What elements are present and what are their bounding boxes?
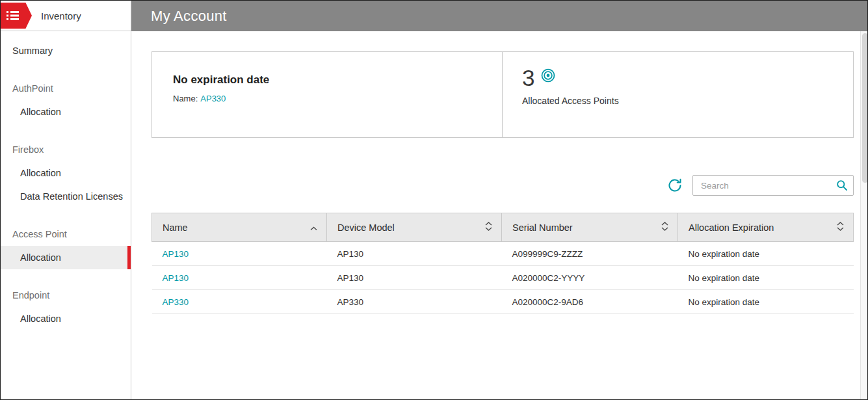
sidebar: Inventory Summary AuthPoint Allocation F… — [1, 1, 131, 399]
sort-both-icon — [837, 222, 844, 233]
table-row[interactable]: AP130 AP130 A099999C9-ZZZZ No expiration… — [152, 242, 854, 266]
sort-both-icon — [661, 222, 668, 233]
table-row[interactable]: AP330 AP330 A020000C2-9AD6 No expiration… — [152, 290, 854, 314]
allocated-label: Allocated Access Points — [522, 96, 834, 106]
search-input[interactable] — [692, 175, 854, 196]
inventory-logo-icon — [1, 3, 32, 29]
allocated-count-row: 3 — [522, 65, 834, 91]
table-row[interactable]: AP130 AP130 A020000C2-YYYY No expiration… — [152, 266, 854, 290]
sort-both-icon — [485, 222, 492, 233]
column-header-serial-number[interactable]: Serial Number — [502, 213, 678, 242]
access-point-icon — [540, 68, 556, 83]
sidebar-item-access-point-allocation[interactable]: Allocation — [1, 246, 131, 269]
page-header: My Account — [131, 1, 868, 31]
column-header-device-model[interactable]: Device Model — [327, 213, 502, 242]
table-toolbar — [151, 175, 854, 196]
summary-cards: No expiration date Name:AP330 3 — [151, 51, 854, 138]
list-icon — [7, 10, 20, 21]
sidebar-section-endpoint: Endpoint — [1, 284, 131, 307]
sidebar-section-access-point: Access Point — [1, 222, 131, 246]
table-header-row: Name Device Model — [152, 213, 854, 242]
sidebar-item-endpoint-allocation[interactable]: Allocation — [1, 307, 131, 330]
allocated-count: 3 — [522, 65, 534, 91]
page-title: My Account — [151, 8, 227, 25]
sidebar-section-firebox: Firebox — [1, 138, 131, 161]
sidebar-item-data-retention-licenses[interactable]: Data Retention Licenses — [1, 185, 131, 208]
column-label: Name — [163, 222, 188, 233]
allocated-card: 3 Allocated Access Points — [502, 51, 854, 138]
device-name-link[interactable]: AP130 — [163, 249, 189, 259]
devices-table: Name Device Model — [151, 213, 854, 314]
allocation-expiration-cell: No expiration date — [678, 266, 854, 290]
column-header-name[interactable]: Name — [152, 213, 327, 242]
sidebar-item-summary[interactable]: Summary — [1, 39, 131, 62]
device-model-cell: AP330 — [327, 290, 502, 314]
expiration-card-name-row: Name:AP330 — [173, 94, 481, 103]
refresh-button[interactable] — [666, 176, 684, 194]
allocation-expiration-cell: No expiration date — [678, 290, 854, 314]
device-model-cell: AP130 — [327, 242, 502, 266]
sidebar-title: Inventory — [41, 10, 81, 21]
search-box — [692, 175, 854, 196]
expiration-card-title: No expiration date — [173, 73, 481, 87]
serial-number-cell: A099999C9-ZZZZ — [502, 242, 678, 266]
device-model-cell: AP130 — [327, 266, 502, 290]
name-label: Name: — [173, 94, 198, 103]
refresh-icon — [667, 178, 683, 193]
sidebar-nav: Summary AuthPoint Allocation Firebox All… — [1, 31, 131, 330]
device-name-link[interactable]: AP330 — [163, 297, 189, 307]
vertical-scrollbar[interactable] — [860, 31, 868, 399]
scrollbar-thumb[interactable] — [862, 33, 868, 183]
device-name-link[interactable]: AP130 — [163, 273, 189, 283]
sidebar-item-firebox-allocation[interactable]: Allocation — [1, 161, 131, 185]
search-icon[interactable] — [836, 180, 848, 191]
allocation-expiration-cell: No expiration date — [678, 242, 854, 266]
sort-asc-icon — [310, 222, 317, 233]
app-window: Inventory Summary AuthPoint Allocation F… — [0, 0, 868, 400]
serial-number-cell: A020000C2-YYYY — [502, 266, 678, 290]
sidebar-item-authpoint-allocation[interactable]: Allocation — [1, 100, 131, 124]
column-label: Allocation Expiration — [689, 222, 774, 233]
column-header-allocation-expiration[interactable]: Allocation Expiration — [678, 213, 854, 242]
main-area: My Account No expiration date Name:AP330… — [131, 1, 868, 399]
sidebar-section-authpoint: AuthPoint — [1, 77, 131, 100]
content: No expiration date Name:AP330 3 — [131, 31, 868, 314]
column-label: Serial Number — [512, 222, 573, 233]
device-name-link[interactable]: AP330 — [200, 94, 226, 103]
sidebar-header: Inventory — [1, 1, 131, 31]
serial-number-cell: A020000C2-9AD6 — [502, 290, 678, 314]
column-label: Device Model — [337, 222, 395, 233]
expiration-card: No expiration date Name:AP330 — [151, 51, 503, 138]
